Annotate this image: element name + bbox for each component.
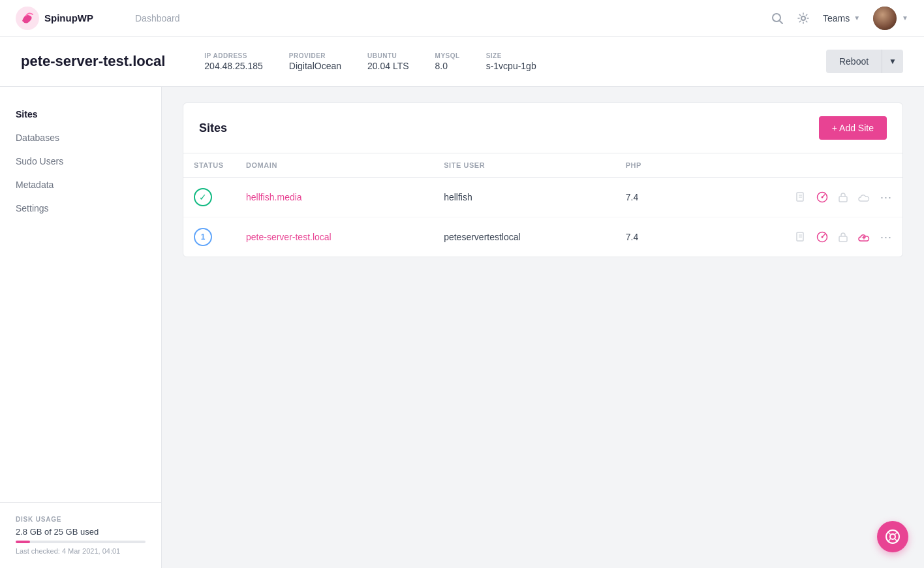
- ip-meta: IP ADDRESS 204.48.25.185: [204, 52, 263, 71]
- col-domain: DOMAIN: [236, 153, 433, 178]
- reboot-dropdown-button[interactable]: ▼: [882, 50, 903, 73]
- teams-label: Teams: [823, 13, 850, 24]
- more-button-row1[interactable]: ···: [880, 191, 892, 204]
- mysql-meta: MYSQL 8.0: [435, 52, 460, 71]
- speed-icon[interactable]: [816, 191, 828, 203]
- reboot-button[interactable]: Reboot: [826, 50, 882, 73]
- page-icon-2[interactable]: [795, 232, 806, 242]
- server-name: pete-server-test.local: [21, 53, 165, 70]
- lock-icon-2[interactable]: [839, 232, 848, 242]
- sidebar-item-settings[interactable]: Settings: [0, 197, 161, 220]
- logo-icon: [16, 7, 39, 30]
- speed-icon-2[interactable]: [816, 231, 828, 243]
- svg-rect-9: [839, 197, 847, 202]
- server-header: pete-server-test.local IP ADDRESS 204.48…: [0, 37, 924, 87]
- provider-value: DigitalOcean: [289, 61, 341, 71]
- ubuntu-label: UBUNTU: [367, 52, 409, 59]
- row1-status: ✓: [183, 178, 236, 217]
- disk-usage-value: 2.8 GB of 25 GB used: [16, 527, 146, 537]
- sidebar-item-metadata[interactable]: Metadata: [0, 173, 161, 197]
- size-label: SIZE: [486, 52, 536, 59]
- mysql-label: MYSQL: [435, 52, 460, 59]
- avatar-image: [873, 7, 897, 30]
- row2-site-user: peteservertestlocal: [433, 217, 615, 257]
- svg-line-19: [895, 532, 898, 535]
- row2-domain: pete-server-test.local: [236, 217, 433, 257]
- search-icon: [771, 12, 784, 25]
- size-value: s-1vcpu-1gb: [486, 61, 536, 71]
- sites-card-header: Sites + Add Site: [183, 103, 902, 153]
- row1-php: 7.4: [615, 178, 684, 217]
- col-actions: [684, 153, 902, 178]
- row1-site-user: hellfish: [433, 178, 615, 217]
- page-icon[interactable]: [795, 192, 806, 202]
- user-avatar[interactable]: [873, 7, 897, 30]
- sidebar-item-sites[interactable]: Sites: [0, 103, 161, 126]
- status-check-icon: ✓: [194, 188, 212, 206]
- table-row: 1 pete-server-test.local peteservertestl…: [183, 217, 902, 257]
- more-button-row2[interactable]: ···: [880, 230, 892, 244]
- svg-rect-15: [839, 236, 847, 242]
- disk-usage-section: DISK USAGE 2.8 GB of 25 GB used Last che…: [0, 502, 161, 568]
- col-status: STATUS: [183, 153, 236, 178]
- sites-table: STATUS DOMAIN SITE USER PHP ✓: [183, 153, 902, 257]
- ubuntu-value: 20.04 LTS: [367, 61, 409, 71]
- sites-title: Sites: [199, 121, 227, 135]
- col-site-user: SITE USER: [433, 153, 615, 178]
- gear-icon: [797, 12, 810, 25]
- svg-point-14: [821, 236, 823, 238]
- svg-line-18: [888, 532, 891, 535]
- sidebar-item-sudo-users[interactable]: Sudo Users: [0, 150, 161, 173]
- site-link-hellfish[interactable]: hellfish.media: [246, 192, 302, 202]
- disk-usage-bar-background: [16, 541, 146, 543]
- logo[interactable]: SpinupWP: [16, 7, 93, 30]
- row2-php: 7.4: [615, 217, 684, 257]
- search-button[interactable]: [771, 12, 784, 25]
- teams-button[interactable]: Teams ▼: [823, 13, 860, 24]
- row1-actions: ···: [684, 178, 902, 217]
- lock-icon[interactable]: [839, 192, 848, 202]
- provider-meta: PROVIDER DigitalOcean: [289, 52, 341, 71]
- main-content: Sites + Add Site STATUS DOMAIN SITE USER…: [162, 87, 924, 568]
- cloud-upload-icon[interactable]: [858, 232, 870, 242]
- add-site-button[interactable]: + Add Site: [819, 116, 887, 140]
- logo-text: SpinupWP: [44, 12, 93, 24]
- row2-status: 1: [183, 217, 236, 257]
- table-row: ✓ hellfish.media hellfish 7.4: [183, 178, 902, 217]
- svg-point-3: [801, 16, 805, 20]
- cloud-backup-icon[interactable]: [858, 193, 870, 202]
- provider-label: PROVIDER: [289, 52, 341, 59]
- life-ring-icon: [885, 529, 901, 544]
- row2-actions: ···: [684, 217, 902, 257]
- sidebar-item-databases[interactable]: Databases: [0, 126, 161, 150]
- status-num-icon: 1: [194, 228, 212, 246]
- svg-point-8: [821, 197, 823, 198]
- col-php: PHP: [615, 153, 684, 178]
- ip-label: IP ADDRESS: [204, 52, 263, 59]
- mysql-value: 8.0: [435, 61, 460, 71]
- disk-usage-bar-fill: [16, 541, 30, 543]
- chevron-down-icon: ▼: [889, 57, 897, 66]
- ip-value: 204.48.25.185: [204, 61, 263, 71]
- svg-line-20: [895, 539, 898, 542]
- svg-line-21: [888, 539, 891, 542]
- support-button[interactable]: [877, 521, 908, 552]
- dashboard-link[interactable]: Dashboard: [135, 13, 180, 24]
- sidebar-nav: Sites Databases Sudo Users Metadata Sett…: [0, 87, 161, 502]
- disk-last-checked: Last checked: 4 Mar 2021, 04:01: [16, 547, 146, 555]
- ubuntu-meta: UBUNTU 20.04 LTS: [367, 52, 409, 71]
- chevron-down-icon: ▼: [854, 14, 860, 22]
- chevron-down-icon: ▼: [902, 14, 908, 22]
- sites-card: Sites + Add Site STATUS DOMAIN SITE USER…: [183, 103, 903, 257]
- avatar-chevron[interactable]: ▼: [902, 14, 908, 22]
- site-link-pete[interactable]: pete-server-test.local: [246, 232, 331, 242]
- disk-usage-label: DISK USAGE: [16, 516, 146, 523]
- size-meta: SIZE s-1vcpu-1gb: [486, 52, 536, 71]
- top-nav: Dashboard: [114, 12, 180, 24]
- settings-button[interactable]: [797, 12, 810, 25]
- svg-point-17: [890, 534, 895, 539]
- row1-domain: hellfish.media: [236, 178, 433, 217]
- svg-line-2: [779, 20, 782, 24]
- sidebar: Sites Databases Sudo Users Metadata Sett…: [0, 87, 162, 568]
